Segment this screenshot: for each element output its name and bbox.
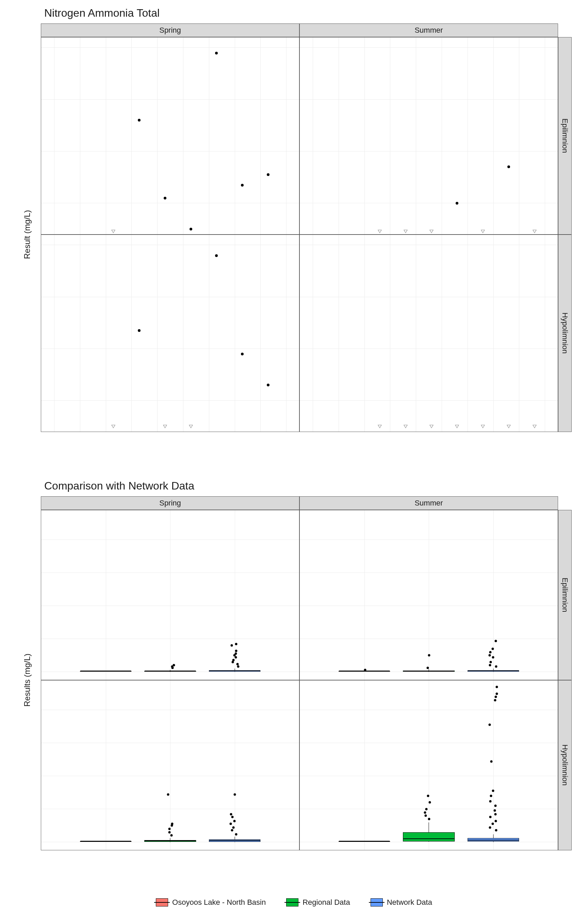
chart2-grid: Spring Summer Results (mg/L) 0.00.51.01.… bbox=[14, 496, 572, 864]
chart1-ylabel: Result (mg/L) bbox=[14, 37, 41, 432]
legend-label-1: Regional Data bbox=[302, 898, 350, 907]
chart2-col0: Spring bbox=[41, 496, 299, 510]
chart2-panel-spring-hypo: 0.00.51.01.52.0Nitrogen Ammonia Total bbox=[41, 680, 299, 850]
chart2-panel-summer-hypo: Nitrogen Ammonia Total bbox=[299, 680, 558, 850]
chart1-grid: Spring Summer Result (mg/L) 0.0060.0080.… bbox=[14, 24, 572, 446]
chart1-panel-summer-hypo: 2016201720182019202020212022202320242025 bbox=[299, 234, 558, 432]
chart2-block: Comparison with Network Data Spring Summ… bbox=[14, 480, 574, 884]
legend-label-2: Network Data bbox=[387, 898, 432, 907]
chart1-panel-spring-epi: 0.0060.0080.0100.012 bbox=[41, 37, 299, 234]
chart1-panel-summer-epi bbox=[299, 37, 558, 234]
chart2-col1: Summer bbox=[299, 496, 558, 510]
chart2-title: Comparison with Network Data bbox=[44, 480, 574, 492]
chart1-title: Nitrogen Ammonia Total bbox=[44, 7, 574, 19]
chart1-panel-spring-hypo: 0.0060.0080.0100.01220162017201820192020… bbox=[41, 234, 299, 432]
legend: Osoyoos Lake - North Basin Regional Data… bbox=[14, 898, 574, 907]
chart1-col1: Summer bbox=[299, 24, 558, 37]
chart1-row1: Hypolimnion bbox=[558, 234, 572, 432]
page-root: Nitrogen Ammonia Total Spring Summer Res… bbox=[0, 0, 588, 915]
chart2-row0: Epilimnion bbox=[558, 510, 572, 680]
chart1-col0: Spring bbox=[41, 24, 299, 37]
legend-item-0: Osoyoos Lake - North Basin bbox=[156, 898, 266, 907]
chart2-panel-summer-epi bbox=[299, 510, 558, 680]
chart2-ylabel: Results (mg/L) bbox=[14, 510, 41, 850]
legend-label-0: Osoyoos Lake - North Basin bbox=[172, 898, 266, 907]
legend-item-1: Regional Data bbox=[286, 898, 350, 907]
legend-swatch-1 bbox=[286, 898, 299, 907]
legend-swatch-2 bbox=[371, 898, 383, 907]
chart1-block: Nitrogen Ammonia Total Spring Summer Res… bbox=[14, 7, 574, 466]
legend-item-2: Network Data bbox=[371, 898, 432, 907]
chart1-row0: Epilimnion bbox=[558, 37, 572, 234]
legend-swatch-0 bbox=[156, 898, 168, 907]
chart2-row1: Hypolimnion bbox=[558, 680, 572, 850]
chart2-panel-spring-epi: 0.00.51.01.52.0 bbox=[41, 510, 299, 680]
